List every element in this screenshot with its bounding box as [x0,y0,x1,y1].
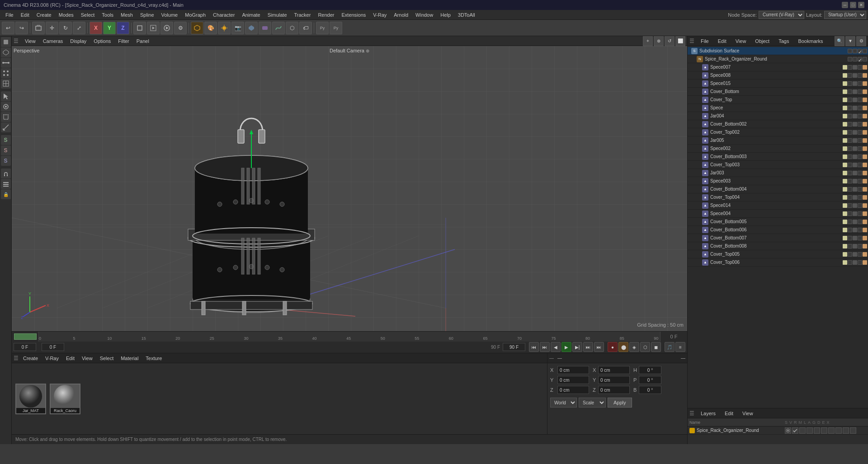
color-btn[interactable]: 🎨 [204,22,217,34]
menu-3dtoall[interactable]: 3DToAll [454,11,479,19]
node-space-select[interactable]: Current (V-Ray) [759,11,804,19]
coord-space-select[interactable]: World Local Object [550,398,577,408]
layout-select[interactable]: Startup (User) [824,11,866,19]
obj-row-spece008[interactable]: ▲ Spece008 [688,71,868,80]
z-rot-input[interactable] [598,386,630,394]
layer-a-btn[interactable] [821,427,827,434]
dot-d[interactable] [863,49,867,53]
menu-select[interactable]: Select [77,11,99,19]
y-axis-btn[interactable]: Y [103,22,116,34]
menu-render[interactable]: Render [314,11,338,19]
obj-row-ct003[interactable]: ▲ Cover_Top003 [688,161,868,169]
obj-row-spece004[interactable]: ▲ Spece004 [688,210,868,218]
coord-mode-select[interactable]: Scale Move Rotate [579,398,606,408]
menu-vray[interactable]: V-Ray [369,11,390,19]
obj-row-cb007[interactable]: ▲ Cover_Bottom007 [688,234,868,242]
frame-current-input[interactable] [14,343,36,351]
menu-modes[interactable]: Modes [55,11,77,19]
dot-rack-d[interactable] [863,57,867,61]
light-btn[interactable] [218,22,231,34]
mat-vray-btn[interactable]: V-Ray [42,355,61,361]
goto-last-frame-btn[interactable]: ⏭ [594,342,604,352]
render-view-btn[interactable] [147,22,160,34]
obj-row-cover-top[interactable]: ▲ Cover_Top [688,96,868,104]
lock-btn[interactable]: 🔒 [1,189,11,199]
material-item-jar[interactable]: Jar_MAT [15,384,46,414]
dot-r[interactable] [853,49,857,53]
obj-settings-btn[interactable]: ⚙ [856,36,866,46]
layer-g-btn[interactable] [828,427,835,434]
select-rect-btn[interactable] [32,22,45,34]
obj-filter-btn[interactable]: ▼ [845,36,855,46]
layer-v-btn[interactable] [792,427,798,434]
timeline-settings-btn[interactable]: ◼ [651,342,661,352]
obj-row-cb008[interactable]: ▲ Cover_Bottom008 [688,242,868,250]
play-next-frame-btn[interactable]: ▶| [572,342,582,352]
obj-row-jar005[interactable]: ▲ Jar005 [688,136,868,145]
obj-object-btn[interactable]: Object [752,38,772,44]
obj-row-cover-bottom002[interactable]: ▲ Cover_Bottom002 [688,120,868,128]
play-reverse-btn[interactable]: ◀ [551,342,561,352]
dot-rack-v[interactable] [848,57,852,61]
play-btn[interactable]: ▶ [561,342,571,352]
menu-file[interactable]: File [2,11,17,19]
obj-row-spece015[interactable]: ▲ Spece015 [688,80,868,88]
minimize-btn[interactable]: ─ [842,2,848,8]
goto-next-keyframe-btn[interactable]: ⏭ [583,342,593,352]
dot-pat2[interactable] [853,73,857,78]
motion-clip-btn[interactable]: 🎵 [665,342,675,352]
move-btn[interactable]: ✛ [46,22,58,34]
auto-keyframe-btn[interactable]: ⬤ [618,342,628,352]
generator-btn[interactable] [259,22,271,34]
layer-r-btn[interactable] [799,427,806,434]
obj-row-jar003[interactable]: ▲ Jar003 [688,169,868,177]
p-input[interactable] [639,376,661,384]
menu-spline[interactable]: Spline [137,11,158,19]
dot-yellow2[interactable] [843,73,847,78]
obj-file-btn[interactable]: File [698,38,712,44]
record-btn[interactable]: ● [608,342,618,352]
dot-r[interactable] [858,65,862,70]
obj-row-spece002[interactable]: ▲ Spece002 [688,145,868,153]
camera-btn[interactable]: 📷 [231,22,244,34]
layer-m-btn[interactable] [807,427,813,434]
obj-tags-btn[interactable]: Tags [776,38,792,44]
mat-select-btn[interactable]: Select [97,355,117,361]
material-item-rack[interactable]: Rack_Caoru [50,384,80,414]
redo-btn[interactable]: ↪ [15,22,28,34]
rotate-btn[interactable]: ↻ [59,22,72,34]
preview-settings-btn[interactable]: ⬡ [640,342,650,352]
dot-orange2[interactable] [863,73,867,78]
obj-search-btn[interactable]: 🔍 [835,36,844,46]
selection-tool[interactable] [1,91,11,101]
layer-s-btn[interactable] [785,427,791,434]
mat-view-btn[interactable]: View [79,355,95,361]
vp-nav-2[interactable]: ⊕ [654,36,664,46]
obj-subdivision-surface[interactable]: S Subdivision Surface ✓ [688,47,868,55]
dollar-s3-btn[interactable]: S [1,156,11,166]
frame-current-2-input[interactable] [42,343,64,351]
maximize-btn[interactable]: □ [850,2,856,8]
obj-row-spece007[interactable]: ▲ Spece007 [688,63,868,71]
menu-extensions[interactable]: Extensions [338,11,369,19]
layer-row-spice-rack[interactable]: Spice_Rack_Organizer_Round [688,427,868,435]
layer-e-btn[interactable] [843,427,849,434]
z-pos-input[interactable] [557,386,589,394]
menu-animate[interactable]: Animate [238,11,264,19]
timeline-ruler[interactable]: 0 5 10 15 20 25 30 35 40 45 50 55 60 65 [12,332,687,342]
menu-create[interactable]: Create [33,11,55,19]
obj-row-ct006[interactable]: ▲ Cover_Top006 [688,258,868,267]
dot-r2[interactable] [858,73,862,78]
dot-yellow[interactable] [843,65,847,70]
mat-material-btn[interactable]: Material [118,355,141,361]
display-menu-btn[interactable]: Display [67,38,89,44]
z-axis-btn[interactable]: Z [117,22,129,34]
layer-l-btn[interactable] [814,427,820,434]
dot-orange[interactable] [863,65,867,70]
layers-view-btn[interactable]: View [740,410,756,417]
cameras-menu-btn[interactable]: Cameras [40,38,66,44]
python-btn[interactable]: Py [316,22,329,34]
render-settings-btn[interactable]: ⚙ [174,22,187,34]
y-rot-input[interactable] [598,376,630,384]
layer-x-btn[interactable] [850,427,856,434]
